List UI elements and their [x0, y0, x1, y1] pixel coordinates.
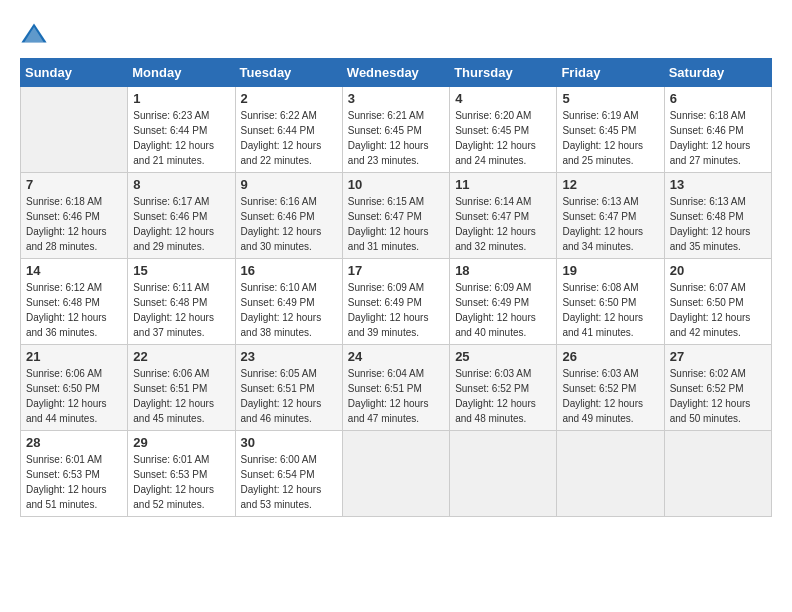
day-number: 26: [562, 349, 658, 364]
day-number: 4: [455, 91, 551, 106]
calendar-cell: 25 Sunrise: 6:03 AMSunset: 6:52 PMDaylig…: [450, 345, 557, 431]
calendar-cell: 20 Sunrise: 6:07 AMSunset: 6:50 PMDaylig…: [664, 259, 771, 345]
calendar-cell: 6 Sunrise: 6:18 AMSunset: 6:46 PMDayligh…: [664, 87, 771, 173]
day-detail: Sunrise: 6:01 AMSunset: 6:53 PMDaylight:…: [26, 452, 122, 512]
calendar-cell: 17 Sunrise: 6:09 AMSunset: 6:49 PMDaylig…: [342, 259, 449, 345]
day-detail: Sunrise: 6:01 AMSunset: 6:53 PMDaylight:…: [133, 452, 229, 512]
calendar-cell: 27 Sunrise: 6:02 AMSunset: 6:52 PMDaylig…: [664, 345, 771, 431]
day-detail: Sunrise: 6:20 AMSunset: 6:45 PMDaylight:…: [455, 108, 551, 168]
day-number: 20: [670, 263, 766, 278]
day-detail: Sunrise: 6:09 AMSunset: 6:49 PMDaylight:…: [348, 280, 444, 340]
calendar-cell: 23 Sunrise: 6:05 AMSunset: 6:51 PMDaylig…: [235, 345, 342, 431]
week-row-4: 21 Sunrise: 6:06 AMSunset: 6:50 PMDaylig…: [21, 345, 772, 431]
day-number: 6: [670, 91, 766, 106]
logo-icon: [20, 20, 48, 48]
week-row-5: 28 Sunrise: 6:01 AMSunset: 6:53 PMDaylig…: [21, 431, 772, 517]
day-detail: Sunrise: 6:12 AMSunset: 6:48 PMDaylight:…: [26, 280, 122, 340]
calendar-cell: 21 Sunrise: 6:06 AMSunset: 6:50 PMDaylig…: [21, 345, 128, 431]
day-detail: Sunrise: 6:23 AMSunset: 6:44 PMDaylight:…: [133, 108, 229, 168]
day-detail: Sunrise: 6:03 AMSunset: 6:52 PMDaylight:…: [455, 366, 551, 426]
day-detail: Sunrise: 6:07 AMSunset: 6:50 PMDaylight:…: [670, 280, 766, 340]
day-detail: Sunrise: 6:09 AMSunset: 6:49 PMDaylight:…: [455, 280, 551, 340]
day-detail: Sunrise: 6:22 AMSunset: 6:44 PMDaylight:…: [241, 108, 337, 168]
day-detail: Sunrise: 6:04 AMSunset: 6:51 PMDaylight:…: [348, 366, 444, 426]
day-number: 11: [455, 177, 551, 192]
day-detail: Sunrise: 6:05 AMSunset: 6:51 PMDaylight:…: [241, 366, 337, 426]
day-detail: Sunrise: 6:21 AMSunset: 6:45 PMDaylight:…: [348, 108, 444, 168]
page-header: [20, 20, 772, 48]
calendar-cell: 9 Sunrise: 6:16 AMSunset: 6:46 PMDayligh…: [235, 173, 342, 259]
column-header-friday: Friday: [557, 59, 664, 87]
calendar-cell: 18 Sunrise: 6:09 AMSunset: 6:49 PMDaylig…: [450, 259, 557, 345]
day-detail: Sunrise: 6:18 AMSunset: 6:46 PMDaylight:…: [670, 108, 766, 168]
calendar-cell: 30 Sunrise: 6:00 AMSunset: 6:54 PMDaylig…: [235, 431, 342, 517]
calendar-cell: 13 Sunrise: 6:13 AMSunset: 6:48 PMDaylig…: [664, 173, 771, 259]
day-number: 14: [26, 263, 122, 278]
week-row-2: 7 Sunrise: 6:18 AMSunset: 6:46 PMDayligh…: [21, 173, 772, 259]
calendar-cell: 3 Sunrise: 6:21 AMSunset: 6:45 PMDayligh…: [342, 87, 449, 173]
calendar-cell: 4 Sunrise: 6:20 AMSunset: 6:45 PMDayligh…: [450, 87, 557, 173]
day-detail: Sunrise: 6:06 AMSunset: 6:51 PMDaylight:…: [133, 366, 229, 426]
day-detail: Sunrise: 6:03 AMSunset: 6:52 PMDaylight:…: [562, 366, 658, 426]
day-number: 5: [562, 91, 658, 106]
day-number: 3: [348, 91, 444, 106]
day-number: 21: [26, 349, 122, 364]
calendar-cell: [342, 431, 449, 517]
day-detail: Sunrise: 6:17 AMSunset: 6:46 PMDaylight:…: [133, 194, 229, 254]
day-number: 15: [133, 263, 229, 278]
day-number: 7: [26, 177, 122, 192]
calendar-cell: 26 Sunrise: 6:03 AMSunset: 6:52 PMDaylig…: [557, 345, 664, 431]
day-detail: Sunrise: 6:16 AMSunset: 6:46 PMDaylight:…: [241, 194, 337, 254]
calendar-cell: [21, 87, 128, 173]
calendar-cell: 8 Sunrise: 6:17 AMSunset: 6:46 PMDayligh…: [128, 173, 235, 259]
calendar-cell: 1 Sunrise: 6:23 AMSunset: 6:44 PMDayligh…: [128, 87, 235, 173]
day-detail: Sunrise: 6:18 AMSunset: 6:46 PMDaylight:…: [26, 194, 122, 254]
calendar-cell: 5 Sunrise: 6:19 AMSunset: 6:45 PMDayligh…: [557, 87, 664, 173]
day-number: 28: [26, 435, 122, 450]
calendar-cell: 19 Sunrise: 6:08 AMSunset: 6:50 PMDaylig…: [557, 259, 664, 345]
day-number: 27: [670, 349, 766, 364]
day-number: 12: [562, 177, 658, 192]
calendar-cell: [664, 431, 771, 517]
calendar-cell: 12 Sunrise: 6:13 AMSunset: 6:47 PMDaylig…: [557, 173, 664, 259]
day-detail: Sunrise: 6:13 AMSunset: 6:48 PMDaylight:…: [670, 194, 766, 254]
calendar-cell: 29 Sunrise: 6:01 AMSunset: 6:53 PMDaylig…: [128, 431, 235, 517]
day-number: 30: [241, 435, 337, 450]
day-detail: Sunrise: 6:15 AMSunset: 6:47 PMDaylight:…: [348, 194, 444, 254]
calendar-cell: 11 Sunrise: 6:14 AMSunset: 6:47 PMDaylig…: [450, 173, 557, 259]
day-detail: Sunrise: 6:13 AMSunset: 6:47 PMDaylight:…: [562, 194, 658, 254]
calendar-cell: 15 Sunrise: 6:11 AMSunset: 6:48 PMDaylig…: [128, 259, 235, 345]
column-header-saturday: Saturday: [664, 59, 771, 87]
day-number: 29: [133, 435, 229, 450]
week-row-3: 14 Sunrise: 6:12 AMSunset: 6:48 PMDaylig…: [21, 259, 772, 345]
logo: [20, 20, 52, 48]
calendar-cell: 7 Sunrise: 6:18 AMSunset: 6:46 PMDayligh…: [21, 173, 128, 259]
calendar-cell: 2 Sunrise: 6:22 AMSunset: 6:44 PMDayligh…: [235, 87, 342, 173]
calendar-cell: [557, 431, 664, 517]
calendar-header-row: SundayMondayTuesdayWednesdayThursdayFrid…: [21, 59, 772, 87]
day-number: 10: [348, 177, 444, 192]
calendar-cell: 16 Sunrise: 6:10 AMSunset: 6:49 PMDaylig…: [235, 259, 342, 345]
column-header-wednesday: Wednesday: [342, 59, 449, 87]
day-detail: Sunrise: 6:08 AMSunset: 6:50 PMDaylight:…: [562, 280, 658, 340]
day-detail: Sunrise: 6:06 AMSunset: 6:50 PMDaylight:…: [26, 366, 122, 426]
day-detail: Sunrise: 6:14 AMSunset: 6:47 PMDaylight:…: [455, 194, 551, 254]
day-number: 25: [455, 349, 551, 364]
day-detail: Sunrise: 6:11 AMSunset: 6:48 PMDaylight:…: [133, 280, 229, 340]
column-header-sunday: Sunday: [21, 59, 128, 87]
calendar-cell: [450, 431, 557, 517]
day-number: 1: [133, 91, 229, 106]
day-number: 18: [455, 263, 551, 278]
day-number: 8: [133, 177, 229, 192]
week-row-1: 1 Sunrise: 6:23 AMSunset: 6:44 PMDayligh…: [21, 87, 772, 173]
calendar-cell: 24 Sunrise: 6:04 AMSunset: 6:51 PMDaylig…: [342, 345, 449, 431]
column-header-thursday: Thursday: [450, 59, 557, 87]
day-number: 23: [241, 349, 337, 364]
calendar-cell: 22 Sunrise: 6:06 AMSunset: 6:51 PMDaylig…: [128, 345, 235, 431]
column-header-tuesday: Tuesday: [235, 59, 342, 87]
calendar-cell: 10 Sunrise: 6:15 AMSunset: 6:47 PMDaylig…: [342, 173, 449, 259]
day-number: 2: [241, 91, 337, 106]
column-header-monday: Monday: [128, 59, 235, 87]
calendar-cell: 14 Sunrise: 6:12 AMSunset: 6:48 PMDaylig…: [21, 259, 128, 345]
day-detail: Sunrise: 6:00 AMSunset: 6:54 PMDaylight:…: [241, 452, 337, 512]
